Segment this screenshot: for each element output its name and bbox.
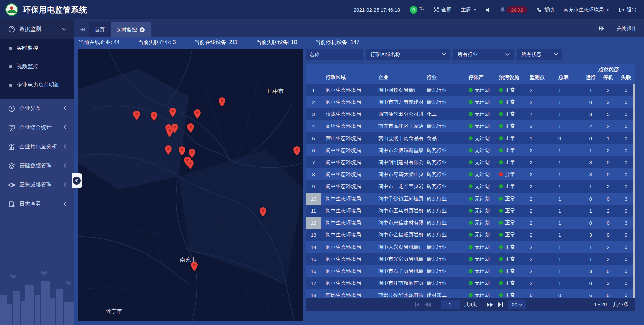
map-pin-16[interactable] bbox=[190, 261, 198, 271]
map-pin-15[interactable] bbox=[259, 207, 267, 217]
map-pin-8[interactable] bbox=[166, 127, 173, 137]
cell-10: 0 bbox=[617, 108, 635, 120]
cell-0: 14 bbox=[306, 241, 321, 253]
cell-0: 6 bbox=[306, 144, 321, 156]
table-row[interactable]: 11阆中生态环境局阆中市五马桥页岩机砖砖瓦行业无计划正常21120 bbox=[306, 205, 635, 217]
table-row[interactable]: 6阆中生态环境局阆中市金博瑞新型墙材砖瓦行业无计划正常21120 bbox=[306, 144, 635, 156]
table-row[interactable]: 7阆中生态环境局阆中明阳建材有限公司砖瓦行业无计划正常21300 bbox=[306, 156, 635, 168]
table-row[interactable]: 10阆中生态环境局阆中千佛镇五郎垭页岩砖瓦行业无计划正常21003 bbox=[306, 193, 635, 205]
tabs-scroll-left-button[interactable] bbox=[77, 22, 89, 37]
sidebar-subitem-1[interactable]: 视频监控 bbox=[0, 57, 74, 76]
cell-6: 2 bbox=[526, 96, 556, 108]
page-number-input[interactable] bbox=[441, 300, 460, 309]
point-status-group-label: 点位状态 bbox=[582, 64, 635, 73]
logout-button[interactable]: 退出 bbox=[619, 7, 637, 13]
region-filter-select[interactable]: 行政区域名称 bbox=[366, 49, 450, 60]
table-row[interactable]: 15阆中生态环境局阆中市光富页岩机砖厂砖瓦行业无计划正常21120 bbox=[306, 253, 635, 265]
chevron-down-icon: ▼ bbox=[473, 8, 477, 12]
phone-icon bbox=[537, 7, 542, 12]
cell-2: 阆中市金博瑞新型墙材 bbox=[373, 144, 423, 156]
cell-3: 食品 bbox=[423, 132, 462, 144]
tab-home[interactable]: 首页 bbox=[89, 22, 111, 37]
sidebar-subitem-2[interactable]: 企业电力负荷明细 bbox=[0, 76, 74, 94]
cell-5: 正常 bbox=[494, 180, 526, 193]
table-row[interactable]: 9阆中生态环境局阆中市二龙长宝页岩砖砖瓦行业无计划正常21120 bbox=[306, 180, 635, 193]
cell-10: 3 bbox=[617, 193, 635, 205]
cell-1: 阆中生态环境局 bbox=[321, 253, 373, 265]
cell-10: 0 bbox=[617, 84, 635, 96]
cell-7: 1 bbox=[556, 241, 582, 253]
close-operations-button[interactable]: 关闭操作 bbox=[616, 25, 637, 32]
name-filter-input[interactable] bbox=[306, 49, 363, 60]
sidebar-item-label: 应急减排管理 bbox=[19, 181, 63, 188]
table-row[interactable]: 13阆中生态环境局阆中市金福旺页岩机砖砖瓦行业无计划正常21300 bbox=[306, 229, 635, 241]
help-button[interactable]: 帮助 bbox=[537, 7, 554, 13]
map-pin-0[interactable] bbox=[132, 110, 140, 120]
fullscreen-button[interactable]: 全屏 bbox=[433, 7, 451, 13]
page-size-select[interactable]: 20 bbox=[508, 300, 526, 309]
sidebar-item-4[interactable]: 基础数据管理 bbox=[0, 156, 74, 175]
next-page-button[interactable] bbox=[487, 302, 493, 307]
cell-0: 9 bbox=[306, 180, 321, 193]
table-row[interactable]: 3仪陇生态环境局西南油气田分公司川中化工无计划正常71350 bbox=[306, 108, 635, 120]
close-icon[interactable]: ✕ bbox=[140, 27, 145, 32]
cell-3: 砖瓦行业 bbox=[423, 193, 462, 205]
sidebar-collapse-button[interactable] bbox=[72, 173, 82, 188]
map-panel[interactable]: 巴中市南充市遂宁市 bbox=[78, 49, 303, 321]
first-page-button[interactable] bbox=[415, 302, 420, 307]
table-scrollbar[interactable] bbox=[633, 84, 635, 298]
column-header-5: 治污设施 bbox=[494, 64, 526, 84]
map-pin-10[interactable] bbox=[178, 146, 186, 156]
theme-dropdown[interactable]: 主题 ▼ bbox=[461, 7, 477, 13]
cell-8: 3 bbox=[582, 265, 599, 277]
pagination-summary: 1 - 20 共47条 bbox=[594, 301, 629, 308]
sidebar-submenu: 实时监控视频监控企业电力负荷明细 bbox=[0, 39, 74, 99]
table-row[interactable]: 2阆中生态环境局阆中市南方节能建材有砖瓦行业无计划正常21030 bbox=[306, 96, 635, 108]
sidebar-item-3[interactable]: 企业用电量分析 bbox=[0, 137, 74, 156]
map-pin-12[interactable] bbox=[293, 146, 301, 156]
map-pin-9[interactable] bbox=[164, 145, 172, 155]
status-dot-green bbox=[469, 257, 473, 261]
table-row[interactable]: 1阆中生态环境局阆中强锐页岩砖厂砖瓦行业无计划正常21120 bbox=[306, 84, 635, 96]
tab-realtime-monitor[interactable]: 实时监控 ✕ bbox=[111, 22, 151, 37]
map-pin-3[interactable] bbox=[193, 109, 201, 119]
table-row[interactable]: 4高坪生态环境局南充市高坪区王家店建砖瓦行业无计划正常31220 bbox=[306, 120, 635, 132]
chart-icon bbox=[8, 144, 15, 150]
status-filter-select[interactable]: 所有状态 bbox=[517, 49, 562, 60]
cell-10: 0 bbox=[617, 241, 635, 253]
industry-filter-select[interactable]: 所有行业 bbox=[453, 49, 514, 60]
cell-4: 无计划 bbox=[462, 132, 494, 144]
cell-7: 1 bbox=[556, 96, 582, 108]
table-row[interactable]: 17阆中生态环境局阆中市江南镇阆南页岩砖瓦行业无计划正常21030 bbox=[306, 277, 635, 289]
map-pin-1[interactable] bbox=[150, 111, 158, 121]
stat-4: 当前停机设备: 147 bbox=[315, 39, 360, 46]
map-pin-4[interactable] bbox=[218, 97, 226, 107]
sidebar-item-2[interactable]: 企业综合统计 bbox=[0, 118, 74, 137]
tabs-scroll-right-button[interactable] bbox=[599, 26, 604, 31]
table-row[interactable]: 8阆中生态环境局阆中市枣碧大梁山页岩砖瓦行业无计划异常21300 bbox=[306, 168, 635, 180]
prev-page-button[interactable] bbox=[425, 302, 431, 307]
notification-button[interactable]: 2632 bbox=[500, 6, 527, 13]
status-dot-green bbox=[499, 269, 503, 273]
org-dropdown[interactable]: 南充市生态环境局 ▼ bbox=[564, 7, 609, 13]
cell-1: 阆中生态环境局 bbox=[321, 168, 373, 180]
map-pin-2[interactable] bbox=[169, 107, 177, 117]
sidebar-item-5[interactable]: 应急减排管理 bbox=[0, 175, 74, 195]
sidebar-item-1[interactable]: 企业异常 bbox=[0, 99, 74, 118]
map-pin-14[interactable] bbox=[186, 159, 194, 169]
cell-8: 3 bbox=[582, 229, 599, 241]
table-row[interactable]: 5营山生态环境局营山县润丰肉食品有限食品无计划正常10010 bbox=[306, 132, 635, 144]
sidebar-subitem-0[interactable]: 实时监控 bbox=[0, 39, 74, 57]
sidebar-item-6[interactable]: 日志查看 bbox=[0, 195, 74, 214]
cell-9: 2 bbox=[599, 180, 617, 193]
table-row[interactable]: 12阆中生态环境局阆中市忠信建材有限公砖瓦行业无计划正常21003 bbox=[306, 217, 635, 229]
last-page-button[interactable] bbox=[498, 302, 503, 307]
table-row[interactable]: 16阆中生态环境局阆中市石子页岩机砖厂砖瓦行业无计划正常21300 bbox=[306, 265, 635, 277]
table-row[interactable]: 18南部生态环境局南部县砌华水泥有限公建材加工无计划正常60600 bbox=[306, 289, 635, 298]
sound-button[interactable] bbox=[486, 7, 491, 12]
page-title: 环保用电监管系统 bbox=[23, 5, 87, 15]
cell-9: 0 bbox=[599, 217, 617, 229]
sidebar-item-0[interactable]: 数据监测 bbox=[0, 19, 74, 39]
map-pin-7[interactable] bbox=[187, 123, 195, 133]
table-row[interactable]: 14阆中生态环境局阆中大兴页岩机砖厂砖瓦行业无计划正常21120 bbox=[306, 241, 635, 253]
